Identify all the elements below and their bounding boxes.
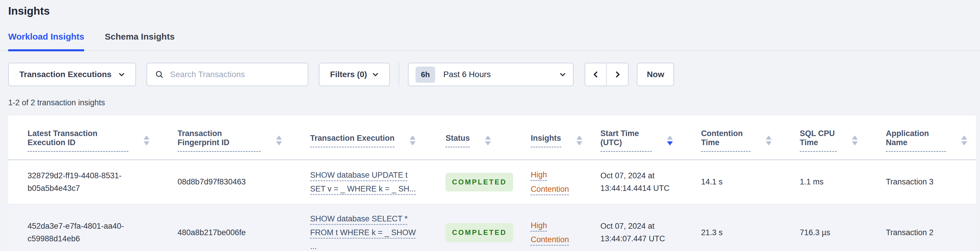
filters-label: Filters (0) — [330, 70, 367, 79]
header-contention-time[interactable]: Contention Time — [682, 115, 780, 160]
sort-icon — [276, 136, 282, 145]
cell-start-time: Oct 07, 2024 at 13:44:07.447 UTC — [581, 204, 682, 251]
cell-latest-execution-id: 328729d2-ff19-4408-8531-b05a5b4e43c7 — [8, 160, 158, 204]
sort-icon — [852, 136, 858, 145]
header-status[interactable]: Status — [426, 115, 511, 160]
cell-latest-execution-id: 452da3e7-e7fa-4801-aa40-c59988d14eb6 — [8, 204, 158, 251]
header-start-time[interactable]: Start Time (UTC) — [581, 115, 682, 160]
status-badge: COMPLETED — [445, 223, 513, 242]
table-row: 452da3e7-e7fa-4801-aa40-c59988d14eb6 480… — [8, 204, 976, 251]
toolbar-divider — [399, 62, 399, 86]
filters-button[interactable]: Filters (0) — [319, 63, 390, 86]
sort-icon — [143, 136, 150, 145]
header-insights[interactable]: Insights — [511, 115, 581, 160]
results-summary: 1-2 of 2 transaction insights — [8, 98, 980, 107]
transaction-execution-link[interactable]: SHOW database SELECT * FROM t WHERE k = … — [310, 214, 416, 251]
insight-link[interactable]: High Contention — [531, 170, 569, 193]
header-application-name[interactable]: Application Name — [867, 115, 976, 160]
search-box — [146, 63, 308, 86]
page-title: Insights — [0, 0, 980, 18]
chevron-down-icon — [560, 71, 566, 78]
cell-start-time: Oct 07, 2024 at 13:44:14.4414 UTC — [581, 160, 682, 204]
execution-type-label: Transaction Executions — [19, 70, 111, 79]
sort-icon — [766, 136, 772, 145]
cell-insights: High Contention — [511, 160, 581, 204]
header-transaction-execution[interactable]: Transaction Execution — [291, 115, 426, 160]
cell-transaction-execution: SHOW database UPDATE t SET v = _ WHERE k… — [291, 160, 426, 204]
cell-sql-cpu-time: 1.1 ms — [780, 160, 867, 204]
header-transaction-fingerprint-id[interactable]: Transaction Fingerprint ID — [158, 115, 291, 160]
table-header-row: Latest Transaction Execution ID Transact… — [8, 115, 976, 160]
sort-icon — [576, 136, 582, 145]
cell-status: COMPLETED — [426, 204, 511, 251]
cell-application-name: Transaction 2 — [867, 204, 976, 251]
chevron-down-icon — [372, 71, 379, 78]
insight-link[interactable]: High Contention — [531, 221, 569, 244]
transaction-insights-table: Latest Transaction Execution ID Transact… — [8, 115, 976, 251]
chevron-left-icon — [593, 71, 599, 78]
cell-sql-cpu-time: 716.3 µs — [780, 204, 867, 251]
toolbar: Transaction Executions Filters (0) 6h Pa… — [8, 62, 980, 86]
table-row: 328729d2-ff19-4408-8531-b05a5b4e43c7 08d… — [8, 160, 976, 204]
chevron-right-icon — [614, 71, 621, 78]
cell-insights: High Contention — [511, 204, 581, 251]
time-range-badge: 6h — [415, 67, 435, 83]
now-label: Now — [647, 70, 664, 79]
tab-schema-insights[interactable]: Schema Insights — [105, 32, 174, 51]
header-latest-transaction-execution-id[interactable]: Latest Transaction Execution ID — [8, 115, 158, 160]
time-range-label: Past 6 Hours — [444, 70, 552, 79]
execution-type-dropdown[interactable]: Transaction Executions — [8, 63, 136, 86]
sort-icon — [485, 136, 491, 145]
sort-icon — [410, 136, 415, 145]
cell-fingerprint-id: 480a8b217be006fe — [158, 204, 291, 251]
status-badge: COMPLETED — [445, 173, 513, 192]
time-nav-group — [585, 63, 628, 86]
tab-workload-insights[interactable]: Workload Insights — [8, 32, 84, 51]
sort-icon — [961, 136, 967, 145]
previous-time-button[interactable] — [585, 63, 607, 86]
header-sql-cpu-time[interactable]: SQL CPU Time — [780, 115, 867, 160]
time-range-dropdown[interactable]: 6h Past 6 Hours — [408, 63, 574, 86]
insights-table-card: Latest Transaction Execution ID Transact… — [8, 115, 976, 251]
search-icon — [155, 70, 164, 79]
next-time-button[interactable] — [607, 63, 628, 86]
cell-transaction-execution: SHOW database SELECT * FROM t WHERE k = … — [291, 204, 426, 251]
tab-bar: Workload Insights Schema Insights — [0, 32, 980, 51]
cell-contention-time: 21.3 s — [682, 204, 780, 251]
sort-icon — [667, 136, 673, 145]
now-button[interactable]: Now — [637, 63, 674, 86]
search-input[interactable] — [170, 70, 300, 79]
cell-fingerprint-id: 08d8b7d97f830463 — [158, 160, 291, 204]
cell-status: COMPLETED — [426, 160, 511, 204]
cell-application-name: Transaction 3 — [867, 160, 976, 204]
transaction-execution-link[interactable]: SHOW database UPDATE t SET v = _ WHERE k… — [310, 171, 416, 193]
cell-contention-time: 14.1 s — [682, 160, 780, 204]
chevron-down-icon — [118, 71, 125, 78]
